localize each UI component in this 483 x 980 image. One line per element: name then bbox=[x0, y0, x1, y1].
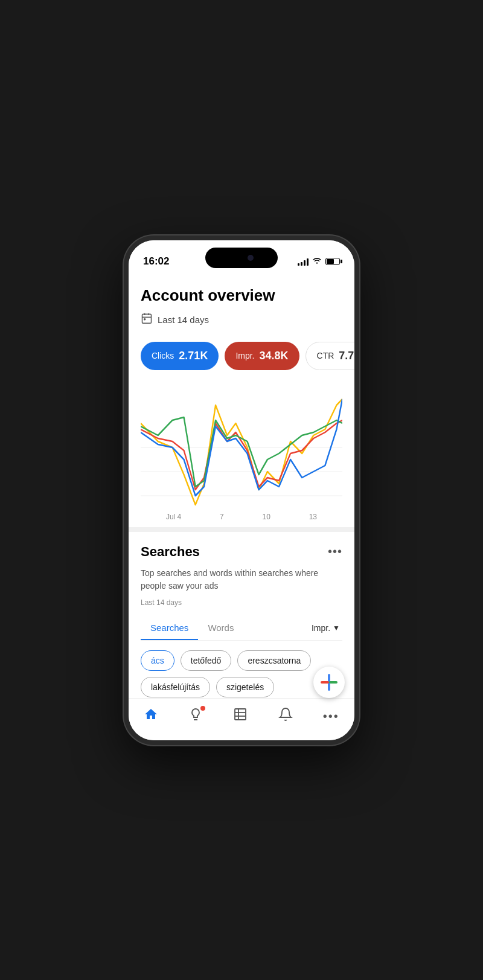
screen[interactable]: Account overview Last 14 days Clicks bbox=[129, 274, 354, 698]
nav-notifications[interactable] bbox=[269, 705, 302, 728]
metric-pill-clicks[interactable]: Clicks 2.71K bbox=[141, 342, 219, 370]
more-options-icon[interactable]: ••• bbox=[328, 545, 342, 559]
signal-icon bbox=[298, 257, 309, 266]
section-divider bbox=[129, 527, 354, 532]
notification-dot bbox=[200, 706, 205, 711]
camera-dot bbox=[248, 255, 254, 261]
volume-up-button bbox=[124, 319, 125, 343]
impr-filter-label: Impr. bbox=[312, 623, 330, 633]
wifi-icon bbox=[312, 257, 322, 266]
page-title: Account overview bbox=[141, 286, 342, 305]
nav-more[interactable]: ••• bbox=[313, 707, 349, 726]
searches-title: Searches bbox=[141, 544, 200, 560]
battery-icon bbox=[325, 258, 340, 265]
impr-filter[interactable]: Impr. ▼ bbox=[312, 623, 342, 633]
more-icon: ••• bbox=[323, 709, 339, 723]
svg-rect-0 bbox=[142, 314, 152, 323]
clicks-value: 2.71K bbox=[179, 350, 208, 362]
searches-tabs-row: Searches Words Impr. ▼ bbox=[141, 617, 342, 641]
page-header: Account overview Last 14 days bbox=[129, 274, 354, 335]
svg-rect-11 bbox=[235, 709, 246, 720]
chip-acs[interactable]: ács bbox=[141, 650, 174, 671]
bottom-nav: ••• bbox=[129, 698, 354, 740]
date-range[interactable]: Last 14 days bbox=[141, 312, 342, 327]
clicks-label: Clicks bbox=[152, 351, 174, 360]
svg-point-4 bbox=[144, 318, 146, 319]
phone-shell: 16:02 Account overview bbox=[124, 235, 359, 745]
impr-value: 34.8K bbox=[260, 350, 289, 362]
chip-tetofedo[interactable]: tetőfedő bbox=[181, 650, 232, 671]
chart-container: Jul 4 7 10 13 bbox=[129, 377, 354, 527]
volume-buttons bbox=[124, 319, 125, 374]
bell-icon bbox=[278, 707, 293, 725]
date-range-label: Last 14 days bbox=[158, 315, 209, 325]
battery-fill bbox=[327, 259, 334, 264]
ctr-value: 7.79 bbox=[339, 350, 354, 362]
calendar-icon bbox=[141, 312, 153, 327]
searches-period: Last 14 days bbox=[141, 598, 342, 607]
tab-searches[interactable]: Searches bbox=[141, 617, 198, 640]
dropdown-arrow-icon: ▼ bbox=[333, 624, 340, 632]
chart-x-labels: Jul 4 7 10 13 bbox=[141, 510, 342, 521]
chip-szigeteles[interactable]: szigetelés bbox=[216, 677, 274, 697]
tab-words[interactable]: Words bbox=[198, 617, 243, 640]
metric-pills: Clicks 2.71K Impr. 34.8K CTR 7.79 bbox=[129, 335, 354, 377]
ctr-label: CTR bbox=[317, 351, 334, 360]
section-header: Searches ••• bbox=[141, 544, 342, 560]
dynamic-island bbox=[205, 248, 278, 268]
power-button bbox=[358, 349, 359, 391]
home-icon bbox=[144, 707, 158, 725]
performance-chart bbox=[141, 387, 342, 508]
chip-lakasfelujitas[interactable]: lakásfelújítás bbox=[141, 677, 210, 697]
searches-description: Top searches and words within searches w… bbox=[141, 567, 342, 592]
nav-insights[interactable] bbox=[179, 705, 213, 728]
nav-campaigns[interactable] bbox=[223, 705, 257, 728]
chart-label-7: 7 bbox=[220, 513, 224, 521]
chart-label-10: 10 bbox=[263, 513, 270, 521]
chip-ereszcsatorna[interactable]: ereszcsatorna bbox=[237, 650, 311, 671]
searches-tabs: Searches Words bbox=[141, 617, 243, 640]
impr-label: Impr. bbox=[235, 351, 254, 360]
table-icon bbox=[233, 707, 248, 725]
metric-pill-ctr[interactable]: CTR 7.79 bbox=[305, 342, 354, 370]
metric-pill-impr[interactable]: Impr. 34.8K bbox=[225, 342, 299, 370]
fab-plus-icon bbox=[321, 674, 337, 691]
status-icons bbox=[298, 257, 340, 266]
keyword-chips: ács tetőfedő ereszcsatorna lakásfelújítá… bbox=[141, 650, 342, 698]
chart-label-13: 13 bbox=[309, 513, 317, 521]
bulb-icon bbox=[188, 707, 203, 725]
volume-down-button bbox=[124, 350, 125, 374]
nav-home[interactable] bbox=[134, 705, 168, 728]
chart-label-jul4: Jul 4 bbox=[166, 513, 181, 521]
fab-button[interactable] bbox=[313, 667, 345, 698]
status-time: 16:02 bbox=[143, 255, 169, 267]
